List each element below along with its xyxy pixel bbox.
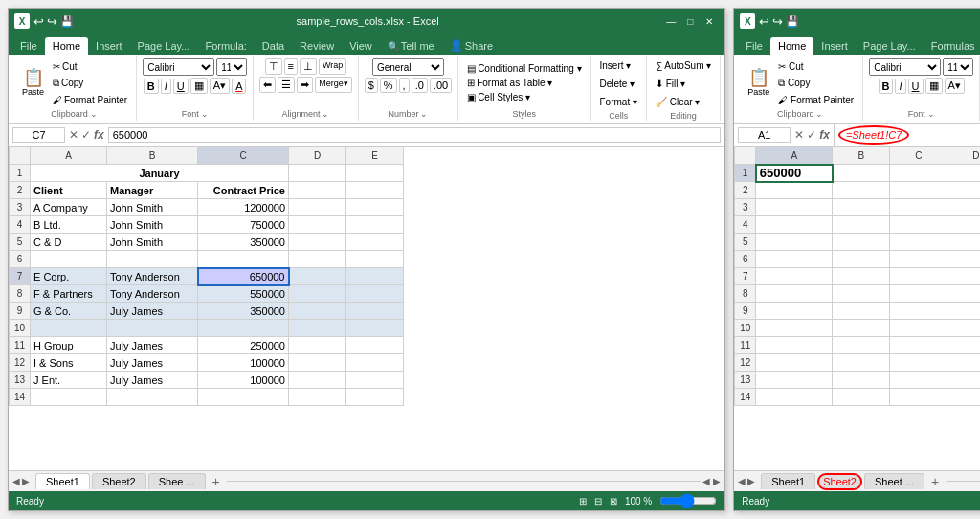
autosum-button[interactable]: ∑ AutoSum ▾ [653, 58, 714, 73]
align-center-button[interactable]: ☰ [278, 77, 295, 93]
cell-a11[interactable]: H Group [31, 337, 107, 354]
cell-c3[interactable]: 1200000 [198, 199, 289, 216]
r13d[interactable] [947, 372, 980, 389]
scroll-left-tab[interactable]: ◀ [12, 476, 20, 486]
bold-button-right[interactable]: B [879, 79, 894, 94]
col-header-b[interactable]: B [107, 147, 198, 165]
cell-a5[interactable]: C & D [31, 234, 107, 251]
cell-a10[interactable] [31, 320, 107, 337]
r10a[interactable] [756, 320, 833, 337]
cell-b14[interactable] [107, 389, 198, 406]
add-sheet-button-right[interactable]: + [926, 473, 944, 490]
clipboard-expand-right[interactable]: ⌄ [815, 109, 823, 119]
scroll-left-tab-right[interactable]: ◀ [738, 476, 746, 486]
r13c[interactable] [890, 372, 947, 389]
copy-button[interactable]: ⧉ Copy [50, 76, 130, 91]
cell-e11[interactable] [346, 337, 404, 354]
percent-button[interactable]: % [380, 78, 397, 93]
align-right-button[interactable]: ➡ [297, 77, 313, 93]
r6c[interactable] [890, 251, 947, 268]
cell-a14[interactable] [31, 389, 107, 406]
r3a[interactable] [756, 199, 833, 216]
cell-a7[interactable]: E Corp. [31, 268, 107, 285]
r5c[interactable] [890, 234, 947, 251]
col-header-a-right[interactable]: A [756, 147, 833, 165]
right-cell-ref[interactable] [738, 127, 791, 143]
tab-tellme-left[interactable]: 🔍 Tell me [380, 37, 442, 55]
tab-pagelayout-right[interactable]: Page Lay... [856, 37, 924, 55]
cell-c11[interactable]: 250000 [198, 337, 289, 354]
r3d[interactable] [947, 199, 980, 216]
cell-d14[interactable] [289, 389, 346, 406]
right-sheet3-tab[interactable]: Sheet ... [864, 473, 924, 489]
insert-cell-button[interactable]: Insert ▾ [597, 58, 635, 73]
undo-icon-right[interactable]: ↩ [759, 14, 769, 29]
scroll-right-tab[interactable]: ▶ [22, 476, 30, 486]
clipboard-expand[interactable]: ⌄ [90, 109, 98, 119]
bold-button[interactable]: B [144, 79, 159, 94]
r3c[interactable] [890, 199, 947, 216]
cell-e1[interactable] [346, 165, 404, 182]
cell-b7[interactable]: Tony Anderson [107, 268, 198, 285]
r14a[interactable] [756, 389, 833, 406]
r8b[interactable] [833, 285, 890, 303]
r12a[interactable] [756, 354, 833, 372]
r7d[interactable] [947, 268, 980, 285]
alignment-expand[interactable]: ⌄ [322, 109, 329, 119]
r10d[interactable] [947, 320, 980, 337]
cell-b11[interactable]: July James [107, 337, 198, 354]
redo-icon-right[interactable]: ↪ [772, 14, 783, 29]
r4b[interactable] [833, 216, 890, 234]
align-left-button[interactable]: ⬅ [259, 77, 276, 93]
tab-insert-left[interactable]: Insert [88, 37, 130, 55]
format-cell-button[interactable]: Format ▾ [597, 95, 640, 109]
clear-button[interactable]: 🧹 Clear ▾ [653, 95, 702, 109]
col-header-d[interactable]: D [289, 147, 346, 165]
col-header-a[interactable]: A [31, 147, 107, 165]
number-format-select[interactable]: General [372, 58, 444, 76]
r4a[interactable] [756, 216, 833, 234]
cell-b9[interactable]: July James [107, 303, 198, 320]
tab-review-left[interactable]: Review [292, 37, 342, 55]
cell-c6[interactable] [198, 251, 289, 268]
r2a[interactable] [756, 182, 833, 199]
cell-d4[interactable] [289, 216, 346, 234]
left-sheet1-tab[interactable]: Sheet1 [35, 473, 90, 489]
cell-d2[interactable] [289, 182, 346, 199]
r5a[interactable] [756, 234, 833, 251]
zoom-slider[interactable] [659, 495, 717, 507]
col-header-c[interactable]: C [198, 147, 289, 165]
format-painter-button[interactable]: 🖌 Format Painter [50, 93, 130, 107]
r7a[interactable] [756, 268, 833, 285]
r10b[interactable] [833, 320, 890, 337]
cell-b8[interactable]: Tony Anderson [107, 285, 198, 303]
cell-b6[interactable] [107, 251, 198, 268]
border-button-right[interactable]: ▦ [925, 78, 943, 94]
cell-styles-button-left[interactable]: ▣ Cell Styles ▾ [464, 90, 584, 104]
col-header-e[interactable]: E [346, 147, 404, 165]
cell-d5[interactable] [289, 234, 346, 251]
tab-pagelayout-left[interactable]: Page Lay... [130, 37, 198, 55]
r11a[interactable] [756, 337, 833, 354]
right-sheet2-tab[interactable]: Sheet2 [817, 473, 862, 490]
left-formula-input[interactable] [108, 127, 722, 143]
cell-b10[interactable] [107, 320, 198, 337]
left-sheet3-tab[interactable]: Shee ... [148, 473, 206, 489]
border-button[interactable]: ▦ [190, 78, 208, 94]
r11c[interactable] [890, 337, 947, 354]
right-cell-a1[interactable]: 650000 [756, 165, 833, 182]
cell-a1[interactable]: January [31, 165, 289, 182]
cell-a8[interactable]: F & Partners [31, 285, 107, 303]
right-cell-b1[interactable] [833, 165, 890, 182]
right-sheet-area[interactable]: A B C D E F 1 650000 [734, 147, 980, 470]
merge-button[interactable]: Merge▾ [315, 77, 352, 93]
scroll-right-tab-right[interactable]: ▶ [747, 476, 755, 486]
cell-c12[interactable]: 100000 [198, 354, 289, 372]
left-sheet-area[interactable]: A B C D E 1 January [9, 147, 724, 470]
r4d[interactable] [947, 216, 980, 234]
left-cell-ref[interactable] [12, 127, 65, 143]
formula-fx-left[interactable]: fx [94, 128, 104, 142]
r7c[interactable] [890, 268, 947, 285]
font-expand-left[interactable]: ⌄ [201, 109, 209, 119]
cell-b5[interactable]: John Smith [107, 234, 198, 251]
